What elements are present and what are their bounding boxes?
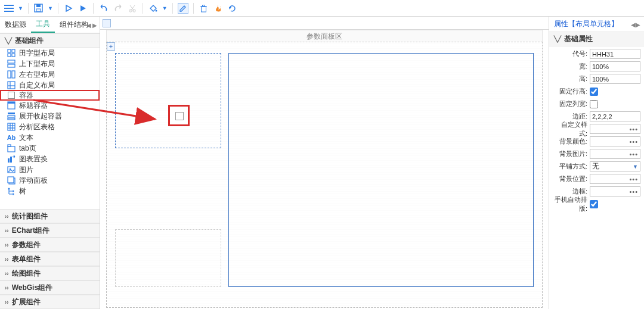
section-扩展组件[interactable]: ››扩展组件 xyxy=(0,295,100,309)
play-solid-icon[interactable] xyxy=(78,3,88,14)
box-icon xyxy=(7,91,16,99)
svg-rect-28 xyxy=(8,92,15,99)
chevron-right-icon: ›› xyxy=(5,213,9,220)
properties-title-text: 属性【布局单元格】 xyxy=(554,19,618,29)
collapse-left-icon[interactable]: ◀ xyxy=(86,21,91,28)
component-item-grid4[interactable]: 田字型布局 xyxy=(0,48,100,58)
layout-cell-bottom-left[interactable] xyxy=(115,229,221,287)
section-basic-components[interactable]: ╲╱ 基础组件 xyxy=(0,33,100,48)
button-custom-style[interactable]: ••• xyxy=(590,124,640,134)
center-area: 参数面板区 + xyxy=(100,17,549,309)
label-code: 代号: xyxy=(553,49,587,58)
chevron-down-icon[interactable]: ▼ xyxy=(162,5,168,11)
tabs-icon xyxy=(7,144,16,152)
add-cell-button[interactable]: + xyxy=(107,42,115,51)
section-参数组件[interactable]: ››参数组件 xyxy=(0,238,100,252)
trash-icon[interactable] xyxy=(199,3,209,14)
chevron-down-icon: ╲╱ xyxy=(5,38,12,44)
table-icon xyxy=(7,123,16,131)
param-panel-header: 参数面板区 xyxy=(106,30,543,42)
svg-rect-40 xyxy=(8,145,11,146)
component-item-rows2[interactable]: 上下型布局 xyxy=(0,58,100,69)
component-item-image[interactable]: 图片 xyxy=(0,164,100,175)
collapsed-groups: ››统计图组件››EChart组件››参数组件››表单组件››绘图组件››Web… xyxy=(0,209,100,309)
redo-icon[interactable] xyxy=(113,3,123,14)
play-outline-icon[interactable] xyxy=(63,3,74,14)
section-title: 表单组件 xyxy=(12,254,41,264)
button-bg-color[interactable]: ••• xyxy=(590,136,640,146)
undo-icon[interactable] xyxy=(98,3,109,14)
label-width: 宽: xyxy=(553,62,587,71)
svg-rect-4 xyxy=(36,4,41,7)
chevron-down-icon[interactable]: ▼ xyxy=(48,5,53,11)
tab-datasource[interactable]: 数据源 xyxy=(0,17,31,33)
svg-rect-18 xyxy=(12,49,15,52)
component-item-floatpanel[interactable]: 浮动面板 xyxy=(0,175,100,186)
paint-bucket-icon[interactable] xyxy=(148,3,159,14)
input-width[interactable]: 100% xyxy=(590,61,640,71)
flame-icon[interactable] xyxy=(213,3,224,14)
section-title: 基础属性 xyxy=(564,34,593,44)
svg-rect-31 xyxy=(8,113,15,114)
section-basic-props[interactable]: ╲╱ 基础属性 xyxy=(549,32,644,46)
save-icon[interactable] xyxy=(33,3,44,14)
svg-line-11 xyxy=(130,5,134,11)
canvas-outer[interactable]: + xyxy=(106,42,543,308)
svg-rect-32 xyxy=(8,116,15,117)
svg-rect-1 xyxy=(4,8,14,9)
checkbox-fix-row-height[interactable] xyxy=(590,88,598,96)
reload-icon[interactable] xyxy=(227,3,238,14)
component-item-table[interactable]: 分析区表格 xyxy=(0,121,100,132)
svg-marker-16 xyxy=(229,7,231,10)
button-bg-image[interactable]: ••• xyxy=(590,149,640,159)
component-item-box[interactable]: 容器 xyxy=(0,90,100,101)
section-EChart组件[interactable]: ››EChart组件 xyxy=(0,223,100,238)
component-item-cols2[interactable]: 左右型布局 xyxy=(0,69,100,80)
component-item-customgrid[interactable]: 自定义布局 xyxy=(0,80,100,90)
component-item-titlebox[interactable]: 标题容器 xyxy=(0,100,100,111)
section-表单组件[interactable]: ››表单组件 xyxy=(0,252,100,266)
component-item-collapsebox[interactable]: 展开收起容器 xyxy=(0,111,100,121)
component-item-tree[interactable]: 树 xyxy=(0,186,100,196)
component-item-text[interactable]: Ab文本 xyxy=(0,132,100,143)
component-item-swapchart[interactable]: 图表置换 xyxy=(0,154,100,164)
tab-tools[interactable]: 工具 xyxy=(31,17,55,33)
chevron-down-icon[interactable]: ▼ xyxy=(18,5,23,11)
section-统计图组件[interactable]: ››统计图组件 xyxy=(0,209,100,223)
button-bg-position[interactable]: ••• xyxy=(590,174,640,184)
layout-cell-left[interactable] xyxy=(115,53,221,148)
cut-icon[interactable] xyxy=(127,3,138,14)
image-icon xyxy=(7,166,16,174)
input-height[interactable]: 100% xyxy=(590,74,640,84)
layout-cell-right[interactable] xyxy=(228,53,534,287)
label-bg-image: 背景图片: xyxy=(553,149,587,158)
select-tile-mode[interactable]: 无▼ xyxy=(590,161,640,171)
button-border[interactable]: ••• xyxy=(590,186,640,196)
svg-rect-2 xyxy=(4,11,14,12)
collapse-right-icon[interactable]: ◀▶ xyxy=(631,21,640,27)
collapse-right-icon[interactable]: ▶ xyxy=(92,21,97,28)
input-margin[interactable]: 2,2,2,2 xyxy=(590,111,640,121)
svg-rect-22 xyxy=(8,64,15,67)
svg-rect-46 xyxy=(8,177,14,183)
pin-icon[interactable] xyxy=(103,19,111,27)
menu-icon[interactable] xyxy=(4,3,14,14)
section-绘图组件[interactable]: ››绘图组件 xyxy=(0,266,100,280)
component-item-tabs[interactable]: tab页 xyxy=(0,143,100,154)
svg-rect-24 xyxy=(12,71,15,78)
input-code[interactable]: HHH31 xyxy=(590,49,640,59)
svg-rect-15 xyxy=(203,5,205,6)
checkbox-fix-col-width[interactable] xyxy=(590,100,598,108)
section-title: 绘图组件 xyxy=(12,269,41,279)
item-label: tab页 xyxy=(19,143,36,154)
section-WebGis组件[interactable]: ››WebGis组件 xyxy=(0,280,100,295)
container-drop-target[interactable] xyxy=(168,105,190,126)
label-mobile-auto: 手机自动排版: xyxy=(553,195,587,213)
rows2-icon xyxy=(7,60,16,68)
svg-rect-17 xyxy=(8,49,11,52)
section-title: 扩展组件 xyxy=(12,297,41,307)
main-toolbar: ▼ ▼ ▼ xyxy=(0,0,644,17)
checkbox-mobile-auto-layout[interactable] xyxy=(590,200,598,208)
pencil-icon[interactable] xyxy=(178,3,188,14)
item-label: 上下型布局 xyxy=(19,59,55,69)
